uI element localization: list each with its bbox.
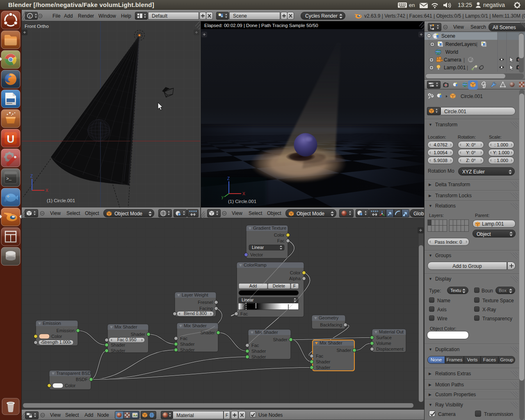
svg-text:Vector: Vector [250, 252, 263, 257]
svg-text:World: World [445, 49, 458, 55]
svg-text:en: en [409, 2, 415, 8]
svg-text:RenderLayers: RenderLayers [445, 41, 476, 47]
svg-text:Fac 0.950: Fac 0.950 [117, 337, 137, 342]
svg-text:Gradient Texture: Gradient Texture [253, 226, 286, 231]
svg-text:Displacement: Displacement [376, 347, 404, 352]
svg-text:Backfacing: Backfacing [320, 322, 342, 327]
svg-text:Fac: Fac [316, 354, 324, 358]
svg-text:Shader: Shader [251, 349, 266, 354]
svg-text:X: X [46, 188, 48, 193]
svg-text:Elapsed: 00:02.09 | Done | Pat: Elapsed: 00:02.09 | Done | Path Tracing … [204, 23, 318, 28]
svg-text:Shader: Shader [201, 330, 215, 335]
svg-text:Shader: Shader [316, 359, 331, 364]
svg-text:Fac: Fac [251, 343, 259, 348]
svg-text:Shader: Shader [273, 337, 288, 342]
svg-text:Fac: Fac [240, 311, 248, 316]
svg-text:Z: Z [30, 174, 33, 178]
svg-text:|: | [476, 41, 477, 47]
svg-text:Layer Weight: Layer Weight [182, 292, 208, 297]
svg-text:Add: Add [249, 283, 257, 288]
svg-text:Blend 0.800: Blend 0.800 [184, 311, 207, 316]
svg-text:Alpha: Alpha [289, 276, 301, 281]
svg-text:Volume: Volume [376, 341, 391, 346]
svg-text:y: y [221, 195, 224, 199]
svg-text:Shader: Shader [251, 354, 266, 359]
svg-text:BSDF: BSDF [76, 377, 88, 382]
svg-text:Linear: Linear [242, 297, 254, 302]
svg-text:Shader: Shader [180, 347, 195, 352]
svg-text:Emission: Emission [56, 328, 75, 333]
svg-text:Shader: Shader [316, 365, 331, 370]
svg-text:Mix Shader: Mix Shader [255, 330, 278, 335]
svg-text:Geometry: Geometry [319, 315, 339, 320]
svg-text:|: | [463, 57, 465, 63]
svg-text:Linear: Linear [252, 245, 264, 250]
svg-text:|: | [467, 65, 468, 71]
svg-text:Emission: Emission [43, 321, 61, 326]
svg-text:Color: Color [290, 270, 301, 275]
svg-text:Fac: Fac [180, 336, 188, 341]
svg-text:Mix Shader: Mix Shader [114, 324, 137, 329]
svg-text:Z: Z [227, 176, 230, 181]
svg-text:Surface: Surface [376, 335, 392, 340]
svg-text:(1) Circle.001: (1) Circle.001 [228, 199, 256, 204]
svg-text:Shader: Shader [180, 342, 195, 347]
svg-text:F: F [293, 283, 296, 288]
svg-text:Delete: Delete [273, 283, 285, 288]
svg-text:Material Out: Material Out [379, 329, 404, 334]
svg-text:i: i [29, 14, 30, 18]
svg-text:Transparent BSD: Transparent BSD [56, 371, 91, 376]
svg-text:X: X [242, 192, 245, 196]
svg-text:(1) Circle.001: (1) Circle.001 [47, 198, 75, 203]
svg-text:Lamp.001: Lamp.001 [444, 65, 466, 71]
svg-text:Fresnel: Fresnel [198, 300, 213, 305]
svg-text:Fac: Fac [277, 238, 285, 243]
svg-text:Scene: Scene [441, 33, 455, 39]
svg-text:Color: Color [51, 334, 62, 339]
svg-text:Color: Color [274, 233, 285, 237]
svg-text:Mix Shader: Mix Shader [184, 323, 207, 328]
svg-text:Strength 1.000: Strength 1.000 [42, 340, 70, 345]
svg-text:ColorRamp: ColorRamp [244, 262, 267, 267]
svg-text:negativa: negativa [483, 2, 505, 8]
svg-text:Camera: Camera [444, 57, 461, 63]
svg-text:Front Ortho: Front Ortho [25, 24, 49, 29]
svg-text:Shader: Shader [131, 332, 146, 337]
svg-text:Shader: Shader [111, 348, 126, 353]
svg-text:Mix Shader: Mix Shader [320, 340, 342, 345]
svg-text:Shader: Shader [111, 342, 126, 347]
svg-text:13:25: 13:25 [458, 2, 472, 8]
svg-text:Color: Color [65, 383, 76, 388]
svg-text:Facing: Facing [199, 306, 213, 311]
svg-text:Shader: Shader [337, 348, 352, 353]
